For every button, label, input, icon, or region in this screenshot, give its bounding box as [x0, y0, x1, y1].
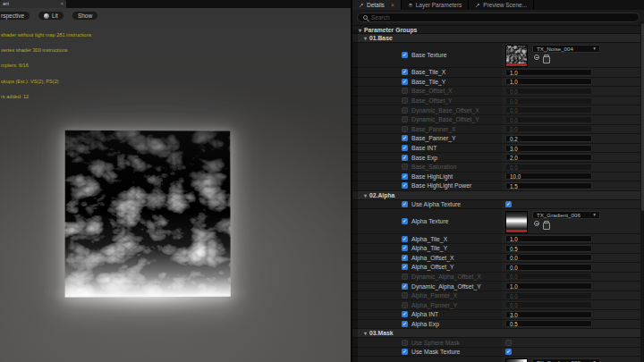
param-value-checkbox[interactable]: ✓ [505, 201, 512, 207]
param-name-cell: Base_Saturation [352, 163, 502, 172]
asset-picker-dropdown[interactable]: TX_Gradient_006▾ [532, 211, 600, 219]
preview-viewport[interactable]: art × rspective Lit Show shader without … [0, 0, 351, 362]
param-enable-checkbox[interactable] [402, 302, 408, 308]
param-enable-checkbox[interactable] [402, 107, 408, 114]
param-enable-checkbox[interactable]: ✓ [402, 182, 408, 189]
param-value-input[interactable]: 0.0 [505, 88, 592, 95]
param-value-input[interactable]: 3.0 [505, 145, 592, 152]
param-label: Alpha_Offset_X [411, 255, 454, 261]
param-enable-checkbox[interactable]: ✓ [402, 79, 408, 85]
param-name-cell: Use Sphere Mask [352, 338, 502, 347]
param-value-input[interactable]: 0.0 [505, 292, 592, 299]
param-value-input[interactable]: 0.0 [505, 254, 592, 261]
param-enable-checkbox[interactable]: ✓ [402, 349, 408, 355]
param-enable-checkbox[interactable]: ✓ [402, 52, 408, 58]
param-value-input[interactable]: 0.0 [505, 164, 592, 171]
show-dropdown[interactable]: Show [72, 11, 98, 21]
param-enable-checkbox[interactable] [402, 340, 408, 346]
param-value-input[interactable]: 2.0 [505, 154, 592, 161]
param-enable-checkbox[interactable]: ✓ [402, 201, 408, 207]
param-enable-checkbox[interactable]: ✓ [402, 321, 408, 327]
asset-picker-dropdown[interactable]: TX_Gradient_002▾ [532, 358, 600, 362]
close-tab-icon[interactable]: × [391, 2, 394, 8]
param-enable-checkbox[interactable]: ✓ [402, 155, 408, 161]
param-enable-checkbox[interactable] [402, 292, 408, 299]
param-value-input[interactable]: 3.0 [505, 311, 592, 318]
param-value-checkbox[interactable] [505, 340, 512, 346]
param-name-cell: ✓Base Texture [352, 43, 502, 67]
param-value-input[interactable]: 0.0 [505, 264, 592, 271]
texture-thumbnail[interactable] [505, 211, 528, 233]
scrollbar-thumb[interactable] [641, 23, 644, 211]
param-name-cell: ✓Alpha_Tile_Y [352, 244, 502, 253]
tab-preview-scene[interactable]: Preview Scene... [469, 0, 534, 10]
param-enable-checkbox[interactable]: ✓ [402, 283, 408, 290]
texture-thumbnail[interactable] [505, 45, 528, 67]
material-preview-plane[interactable] [65, 130, 231, 298]
param-enable-checkbox[interactable]: ✓ [402, 311, 408, 317]
shader-stats-text: shader without light map 281 instruction… [1, 22, 91, 111]
parameter-groups-header[interactable]: ▾ Parameter Groups [352, 25, 644, 34]
param-value-input[interactable]: 0.0 [505, 97, 592, 105]
param-label: Base_Panner_Y [411, 135, 456, 141]
search-input[interactable]: Search [357, 13, 640, 22]
asset-icon-row [532, 221, 600, 226]
browse-asset-icon[interactable] [544, 55, 549, 60]
asset-picker-dropdown[interactable]: TX_Noise_004▾ [532, 45, 600, 53]
param-enable-checkbox[interactable] [402, 274, 408, 280]
use-selected-icon[interactable] [534, 55, 539, 60]
param-value-input[interactable]: 0.0 [505, 273, 592, 280]
param-enable-checkbox[interactable]: ✓ [402, 264, 408, 270]
param-enable-checkbox[interactable]: ✓ [402, 135, 408, 141]
param-row: Base_Panner_X0.0 [352, 125, 644, 135]
param-value-input[interactable]: 1.0 [505, 282, 592, 290]
tab-layer-parameters[interactable]: Layer Parameters [402, 0, 470, 10]
param-value-input[interactable]: 0.2 [505, 135, 592, 142]
param-value-input[interactable]: 0.0 [505, 116, 592, 123]
param-enable-checkbox[interactable] [402, 126, 408, 132]
param-value-input[interactable]: 0.5 [505, 320, 592, 327]
param-value-input[interactable]: 1.5 [505, 182, 592, 189]
group-header[interactable]: ▾03.Mask [352, 329, 644, 338]
param-enable-checkbox[interactable]: ✓ [402, 236, 408, 242]
use-selected-icon[interactable] [534, 221, 539, 226]
param-value-input[interactable]: 0.0 [505, 106, 592, 114]
view-mode-dropdown[interactable]: Lit [38, 11, 64, 21]
tab-details[interactable]: Details × [352, 0, 402, 10]
chevron-down-icon: ▾ [359, 27, 361, 33]
asset-editor-tab[interactable]: art × [0, 0, 66, 8]
param-enable-checkbox[interactable] [402, 97, 408, 104]
param-enable-checkbox[interactable]: ✓ [402, 218, 408, 224]
param-enable-checkbox[interactable]: ✓ [402, 245, 408, 251]
param-name-cell: Dynamic_Alpha_Offset_X [352, 273, 502, 282]
param-value-input[interactable]: 0.0 [505, 301, 592, 308]
param-value-input[interactable]: 1.0 [505, 78, 592, 85]
close-tab-icon[interactable]: × [60, 0, 64, 8]
group-header[interactable]: ▾01.Base [352, 34, 644, 43]
perspective-dropdown[interactable]: rspective [0, 11, 30, 21]
param-value-checkbox[interactable]: ✓ [505, 349, 512, 355]
param-value-input[interactable]: 1.0 [505, 69, 592, 76]
param-value-input[interactable]: 0.5 [505, 245, 592, 252]
group-header[interactable]: ▾02.Alpha [352, 191, 644, 200]
param-value-input[interactable]: 0.0 [505, 125, 592, 132]
texture-thumbnail[interactable] [505, 358, 528, 362]
param-value-input[interactable]: 1.0 [505, 235, 592, 242]
panel-scrollbar[interactable] [640, 21, 644, 362]
param-label: Alpha_Tile_Y [411, 245, 447, 251]
param-enable-checkbox[interactable] [402, 164, 408, 170]
param-enable-checkbox[interactable] [402, 116, 408, 122]
param-enable-checkbox[interactable]: ✓ [402, 255, 408, 261]
param-enable-checkbox[interactable]: ✓ [402, 173, 408, 180]
param-enable-checkbox[interactable] [402, 88, 408, 94]
param-row: Dynamic_Base_Offset_X0.0 [352, 105, 644, 115]
param-name-cell: ✓Mask Texture [352, 357, 502, 362]
param-value-cell: 0.0 [502, 254, 644, 263]
browse-asset-icon[interactable] [544, 221, 549, 226]
param-enable-checkbox[interactable]: ✓ [402, 69, 408, 75]
param-label: Base_Offset_Y [411, 97, 453, 104]
param-enable-checkbox[interactable]: ✓ [402, 145, 408, 151]
param-value-input[interactable]: 10.0 [505, 173, 592, 180]
param-label: Base HighLight Power [411, 182, 471, 189]
param-label: Alpha_Tile_X [411, 236, 447, 242]
